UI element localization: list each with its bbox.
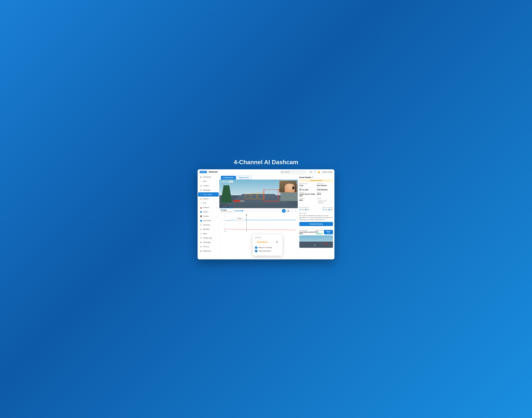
plus-icon-location: +: [216, 185, 217, 187]
sidebar-label-drivers: Drivers: [203, 211, 208, 213]
dashcam-name-info: Dashcam Name 5678 Connected: [315, 230, 324, 234]
clock-icon[interactable]: 🕐: [314, 171, 316, 173]
speed-badge: 1x: [229, 181, 233, 183]
sidebar-item-devices[interactable]: 📱 Devices +: [198, 214, 219, 218]
sidebar-item-hos[interactable]: ↕ HOS +: [198, 179, 219, 184]
sidebar-item-location[interactable]: ◎ Location +: [198, 184, 219, 188]
share-yes-dot: [299, 209, 301, 210]
right-panel: Event Details ✏ PENDING REVIEW Event Dur…: [298, 175, 335, 259]
sidebar-item-ifta[interactable]: 📄 IFTA +: [198, 201, 219, 205]
coaching-no-radio[interactable]: No: [328, 209, 333, 211]
sidebar-label-reports: Reports: [203, 198, 209, 200]
coaching-yes-label: Yes: [325, 209, 327, 211]
volume-icon[interactable]: 🔊: [287, 210, 290, 212]
sidebar-label-workflow: Workflow: [203, 228, 210, 230]
chevron-down-icon: ▼: [276, 241, 278, 243]
sidebar-item-terminals[interactable]: ⊙ Terminals: [198, 223, 219, 227]
check-share[interactable]: ✓ Share with Driver: [255, 250, 280, 252]
event-details-grid: Event Duration 9 min Driver Name Alma Ke…: [299, 183, 333, 204]
check-share-icon: ✓: [255, 250, 257, 252]
search-bar[interactable]: 🔍: [279, 170, 307, 174]
video-player: TRUCKX 1x ⬇ 01:00/9:00: [219, 180, 298, 208]
chat-icon[interactable]: 💬: [310, 171, 312, 173]
chart-marker: [246, 215, 247, 232]
video-timestamp: 01:00/9:00: [220, 205, 228, 207]
location-icon: ◎: [200, 185, 202, 187]
check-coaching[interactable]: ✓ Mark for Coaching: [255, 246, 280, 249]
y-label-90: 90: [224, 216, 225, 217]
bell-icon[interactable]: 🔔: [318, 171, 320, 173]
coaching-label: Mark for Coaching: [323, 207, 333, 208]
speed-display: 67 mph 04:22:21 AM (PST): [221, 209, 232, 212]
sidebar-item-vehicles[interactable]: 🚗 Vehicles +: [198, 205, 219, 210]
sidebar-item-alerts[interactable]: ⚠ alerts: [198, 232, 219, 236]
expand-icon[interactable]: ⤢: [295, 210, 296, 212]
severity-select-value: Select Event Severity: [318, 200, 330, 204]
sidebar-item-activity-logs[interactable]: ↺ Activity Logs: [198, 236, 219, 240]
y-label-70: 70: [224, 223, 225, 225]
sidebar-item-dashboard2[interactable]: ⊞ Dashboard: [198, 249, 219, 253]
sidebar-item-driver-safety[interactable]: 🛡 Driver safety: [198, 192, 219, 197]
snapshot-info: Last Snapshot Oct 23, 2024 | 12:30 PM (P…: [299, 230, 315, 234]
sidebar-item-user-roles[interactable]: 👥 User Roles: [198, 219, 219, 223]
vehicles-icon: 🚗: [200, 207, 202, 209]
download-icon[interactable]: ⬇: [226, 181, 229, 183]
coaching-section: Mark for Coaching Yes No: [323, 207, 333, 211]
coaching-radios: Yes No: [323, 209, 333, 211]
snapshot-value: Oct 23, 2024 | 12:30 PM (PST): [299, 232, 315, 234]
location-value: Jersey City, NY 12345, USA: [299, 193, 315, 197]
user-roles-icon: 👥: [200, 220, 202, 221]
pending-badge: PENDING REVIEW: [299, 179, 333, 182]
tab-right-left[interactable]: Right/Left Side: [236, 176, 252, 180]
terminals-icon: ⊙: [200, 224, 202, 226]
share-yes-radio[interactable]: Yes: [299, 209, 304, 211]
driver-name-label: Driver Name: [317, 183, 333, 184]
share-yes-label: Yes: [301, 209, 304, 211]
progress-thumb: [242, 210, 243, 211]
content-area: Inside/Outside Right/Left Side: [219, 175, 298, 259]
reports-icon: 📋: [200, 198, 202, 200]
sidebar-label-driver-safety: Driver safety: [203, 193, 212, 195]
watch-live-button[interactable]: Watch Live: [324, 230, 333, 234]
location-item: Location ↗ Jersey City, NY 12345, USA: [299, 192, 315, 197]
search-input[interactable]: [285, 171, 305, 173]
connected-badge: Connected: [315, 233, 323, 234]
plus-icon-devices: +: [216, 215, 217, 217]
sidebar-item-reports[interactable]: 📋 Reports: [198, 197, 219, 201]
pip-bg: [279, 181, 297, 192]
review-note-label: Review Note: [299, 213, 333, 214]
sidebar-item-workflow[interactable]: ⇄ Workflow: [198, 227, 219, 232]
y-label-60: 60: [224, 227, 225, 228]
sidebar-item-messages[interactable]: ✉ Messages: [198, 188, 219, 192]
share-no-radio[interactable]: No: [305, 209, 309, 211]
phone: [292, 186, 294, 189]
sidebar-item-heat-maps[interactable]: ⊞ Heat Maps: [198, 240, 219, 244]
snapshot-car-2: [322, 244, 324, 244]
play-pause-button[interactable]: ⏸: [282, 209, 286, 213]
chart-area: 79 mph 4:22:21 PM 90 80 70 60 1800 1600: [219, 214, 298, 259]
sidebar-label-vehicles: Vehicles: [203, 207, 209, 208]
sidebar-item-drivers[interactable]: 👤 Drivers: [198, 210, 219, 214]
check-coaching-label: Mark for Coaching: [258, 247, 272, 248]
vehicle-link-icon[interactable]: ↗: [321, 192, 322, 193]
edit-icon[interactable]: ✏: [312, 176, 313, 178]
tab-inside-outside[interactable]: Inside/Outside: [221, 176, 236, 180]
video-progress-track[interactable]: [219, 208, 298, 208]
marker-triangle: [246, 215, 247, 216]
plus-icon-ifta: +: [216, 202, 217, 204]
complete-review-button[interactable]: Complete Review: [299, 222, 333, 226]
progress-bar[interactable]: [234, 211, 280, 211]
sidebar-item-api-key[interactable]: ⚙ API Key: [198, 244, 219, 249]
drivers-icon: 👤: [200, 211, 202, 213]
severity-dropdown[interactable]: MODERATE ▼: [255, 240, 280, 245]
sidebar-item-dashboard[interactable]: ⊞ Dashboard: [198, 175, 219, 179]
hos-icon: ↕: [200, 180, 202, 182]
sidebar-label-activity-logs: Activity Logs: [203, 237, 212, 239]
coaching-yes-radio[interactable]: Yes: [323, 209, 327, 211]
location-link-icon[interactable]: ↗: [304, 192, 305, 193]
marker-line: [246, 216, 247, 232]
detection-box-1: [245, 194, 250, 199]
fullscreen-icon[interactable]: ⛶: [291, 210, 293, 212]
event-details-title: Event Details ✏: [299, 176, 333, 178]
severity-select[interactable]: Select Event Severity ▼: [317, 199, 333, 204]
